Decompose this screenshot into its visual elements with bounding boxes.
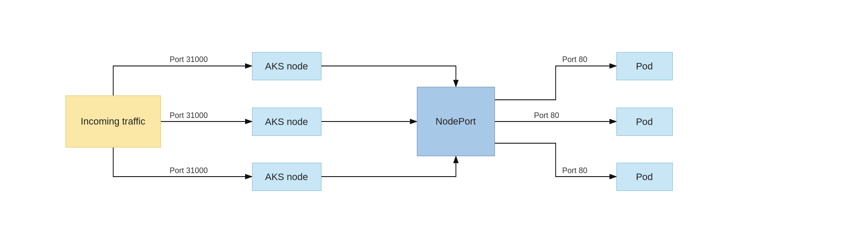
node-nodeport: NodePort bbox=[417, 87, 495, 156]
label-port-80-bot: Port 80 bbox=[562, 166, 587, 175]
node-pod3-label: Pod bbox=[636, 171, 653, 183]
node-nodeport-label: NodePort bbox=[436, 116, 476, 127]
node-incoming-label: Incoming traffic bbox=[81, 116, 145, 127]
label-port-80-mid: Port 80 bbox=[534, 111, 559, 120]
node-pod1-label: Pod bbox=[636, 61, 653, 72]
label-port-31000-top: Port 31000 bbox=[170, 55, 208, 64]
node-aks3-label: AKS node bbox=[265, 171, 308, 183]
node-pod2: Pod bbox=[616, 108, 673, 136]
node-aks1-label: AKS node bbox=[265, 61, 308, 72]
label-port-31000-mid: Port 31000 bbox=[170, 111, 208, 120]
label-port-80-top: Port 80 bbox=[562, 55, 587, 64]
node-pod2-label: Pod bbox=[636, 116, 653, 128]
label-port-31000-bot: Port 31000 bbox=[170, 166, 208, 175]
node-aks2-label: AKS node bbox=[265, 116, 308, 128]
node-aks2: AKS node bbox=[252, 108, 321, 136]
node-pod1: Pod bbox=[616, 52, 673, 80]
diagram-container: Port 31000 Port 31000 Port 31000 Port 80… bbox=[44, 17, 825, 226]
node-incoming: Incoming traffic bbox=[66, 95, 161, 148]
node-aks3: AKS node bbox=[252, 163, 321, 191]
node-pod3: Pod bbox=[616, 163, 673, 191]
node-aks1: AKS node bbox=[252, 52, 321, 80]
